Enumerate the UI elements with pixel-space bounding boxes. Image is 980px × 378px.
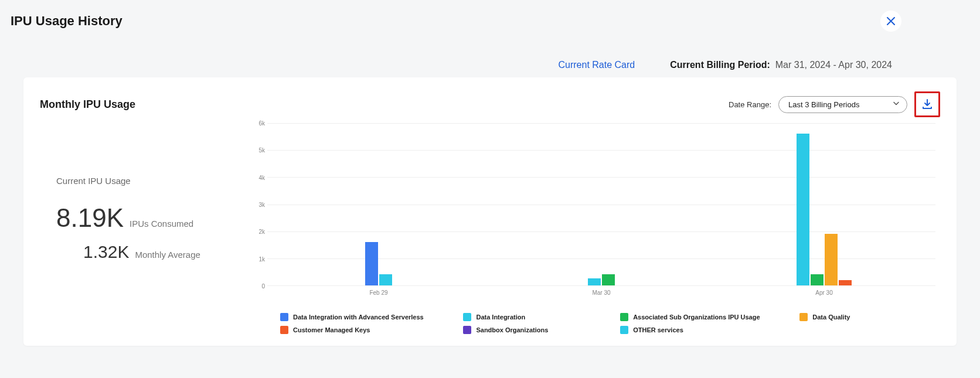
date-range-select[interactable]: Last 3 Billing Periods [778, 96, 907, 113]
billing-period-value: Mar 31, 2024 - Apr 30, 2024 [775, 60, 892, 70]
stats-panel: Current IPU Usage 8.19K IPUs Consumed 1.… [40, 123, 239, 334]
legend-item[interactable]: Sandbox Organizations [463, 326, 604, 334]
bar-group [797, 134, 852, 285]
bar-chart: 01k2k3k4k5k6k Feb 29Mar 30Apr 30 [267, 123, 935, 299]
y-tick-label: 2k [258, 229, 265, 235]
chevron-down-icon [893, 100, 900, 109]
card-title: Monthly IPU Usage [40, 98, 135, 111]
current-rate-card-link[interactable]: Current Rate Card [558, 60, 635, 70]
monthly-average-value: 1.32K [83, 242, 129, 262]
grid-line [267, 123, 935, 124]
bar [811, 274, 824, 285]
legend-label: Data Integration with Advanced Serverles… [293, 314, 424, 321]
date-range-value: Last 3 Billing Periods [788, 100, 859, 109]
bar [797, 134, 809, 285]
close-button[interactable] [880, 11, 901, 32]
legend-swatch [280, 326, 288, 334]
legend-label: Associated Sub Organizations IPU Usage [633, 314, 760, 321]
y-tick-label: 1k [258, 256, 265, 262]
legend-item[interactable]: Data Integration [463, 313, 604, 321]
download-icon [921, 98, 933, 110]
bar [379, 274, 392, 285]
legend-label: Data Quality [812, 314, 850, 321]
bar [602, 274, 615, 285]
current-billing-period: Current Billing Period: Mar 31, 2024 - A… [670, 60, 892, 70]
billing-period-label: Current Billing Period: [670, 60, 770, 70]
legend-item[interactable]: Data Quality [799, 313, 940, 321]
y-tick-label: 0 [261, 283, 265, 290]
legend-item[interactable]: Data Integration with Advanced Serverles… [280, 313, 447, 321]
legend-label: OTHER services [633, 326, 683, 333]
x-tick-label: Mar 30 [490, 286, 713, 299]
bar [825, 234, 838, 285]
bar-group [588, 274, 615, 285]
legend-swatch [280, 313, 288, 321]
legend-swatch [463, 313, 471, 321]
x-tick-label: Feb 29 [267, 286, 490, 299]
chart-legend: Data Integration with Advanced Serverles… [280, 313, 940, 334]
bar [365, 242, 378, 285]
legend-label: Sandbox Organizations [476, 326, 548, 333]
monthly-ipu-usage-card: Monthly IPU Usage Date Range: Last 3 Bil… [23, 77, 957, 346]
legend-swatch [463, 326, 471, 334]
bar-group [365, 242, 392, 285]
legend-swatch [799, 313, 808, 321]
legend-swatch [620, 313, 628, 321]
page-title: IPU Usage History [11, 13, 122, 29]
y-tick-label: 6k [258, 120, 265, 127]
y-tick-label: 5k [258, 147, 265, 154]
monthly-average-label: Monthly Average [135, 250, 200, 260]
x-tick-label: Apr 30 [713, 286, 935, 299]
stats-subhead: Current IPU Usage [56, 176, 239, 186]
download-button[interactable] [914, 91, 940, 117]
bar [588, 278, 601, 285]
close-icon [886, 16, 896, 26]
bar [839, 280, 852, 285]
y-tick-label: 4k [258, 174, 265, 181]
legend-item[interactable]: Associated Sub Organizations IPU Usage [620, 313, 783, 321]
legend-item[interactable]: Customer Managed Keys [280, 326, 447, 334]
legend-label: Data Integration [476, 314, 525, 321]
ipus-consumed-label: IPUs Consumed [130, 219, 193, 229]
legend-label: Customer Managed Keys [293, 326, 370, 333]
legend-item[interactable]: OTHER services [620, 326, 783, 334]
legend-swatch [620, 326, 628, 334]
ipus-consumed-value: 8.19K [56, 203, 124, 233]
date-range-label: Date Range: [729, 100, 771, 109]
y-tick-label: 3k [258, 202, 265, 208]
